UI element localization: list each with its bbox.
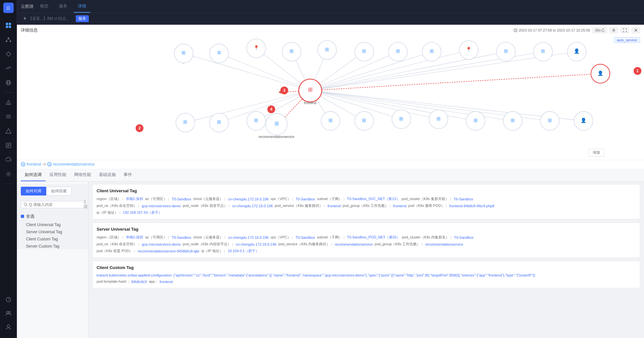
tag-section-left: 全选 Client Universal Tag Server Universal… (17, 211, 88, 249)
graph-badge-4: 4 (267, 105, 275, 113)
svg-point-14 (8, 104, 8, 104)
svg-text:⊞: ⊞ (308, 87, 313, 93)
tag-key-pod-ns: pod_ns（K8s 命名空间）： (97, 203, 141, 208)
tag-val-pod-service[interactable]: frontend (328, 204, 341, 208)
sidebar-item-topology[interactable] (2, 47, 15, 61)
sidebar-item-help[interactable]: ? (2, 293, 15, 306)
svg-text:frontend: frontend (304, 101, 316, 105)
tag-val-az[interactable]: T0-Sandbox (172, 197, 191, 201)
client-custom-tag-section: Client Custom Tag kubectl.kubernetes.io/… (92, 261, 640, 288)
top-nav-tab-overview[interactable]: 概览 (36, 0, 52, 13)
sidebar-item-log[interactable] (2, 139, 15, 152)
tag-row-pod-service: pod_service（K8s 服务路径）： frontend (275, 203, 341, 208)
main-area: 云图谱 概览 服务 详情 ▶ 【某某...】BM ci 结点... 服务 详细信… (17, 0, 644, 338)
node-bot-10: ⊞ (503, 112, 522, 130)
node-bot-5: ⊞ (321, 112, 340, 130)
sub-tab-avoid[interactable]: 如何回避 (46, 187, 72, 196)
svg-line-8 (7, 39, 8, 41)
tag-key-pod-group: pod_group（K8s 工作负载）： (342, 203, 392, 208)
tag-row-pod: pod（K8s 最终 POD）： frontend-84b8c8-l4bc9-p… (408, 203, 494, 208)
sidebar-item-settings[interactable] (2, 168, 15, 181)
sidebar: 云 ? (0, 0, 17, 338)
sidebar-divider-1 (4, 92, 13, 93)
svg-text:-: - (183, 61, 184, 65)
sidebar-item-alert[interactable] (2, 96, 15, 109)
sidebar-item-globe[interactable] (2, 76, 15, 89)
svg-text:⊞: ⊞ (181, 50, 186, 55)
tag-val-vpc[interactable]: T0-Sandbox (296, 197, 315, 201)
tag-val-ip[interactable]: 192.168.157.54（若干） (123, 210, 162, 215)
breadcrumb-from-icon: ⊞ (21, 162, 25, 167)
tab-how-to-debug[interactable]: 如何连调 (21, 169, 46, 181)
graph-expand-btn[interactable] (621, 27, 629, 33)
top-nav-tab-detail[interactable]: 详情 (74, 0, 90, 13)
tab-events[interactable]: 事件 (120, 169, 136, 181)
section-item-server-universal[interactable]: Server Universal Tag (26, 229, 84, 235)
tab-infra[interactable]: 基础设施 (95, 169, 120, 181)
sidebar-item-anomaly[interactable] (2, 125, 15, 138)
node-top-1: -⊞ (174, 44, 193, 65)
tag-val-pod-node[interactable]: cn-chengdu.172.16.0.196 (232, 204, 273, 208)
svg-text:⊞: ⊞ (430, 48, 434, 54)
sidebar-item-user[interactable] (2, 320, 15, 333)
section-item-server-custom[interactable]: Server Custom Tag (26, 243, 84, 249)
graph-time-range: 2023-10-17 07:27:58 to 2023-10-17 10:25:… (514, 28, 590, 32)
sidebar-item-trace[interactable] (2, 110, 15, 123)
section-item-client-universal[interactable]: Client Universal Tag (26, 222, 84, 228)
sidebar-item-monitor[interactable] (2, 62, 15, 75)
graph-toolbar: 2023-10-17 07:27:58 to 2023-10-17 10:25:… (514, 27, 640, 33)
tag-val-pod-group[interactable]: frontend (393, 204, 406, 208)
top-nav-tab-services[interactable]: 服务 (55, 0, 71, 13)
sidebar-item-team[interactable] (2, 307, 15, 320)
tag-val-pod-ns[interactable]: gcp-microservices-demo (142, 204, 181, 208)
server-universal-tag-section: Server Universal Tag region（区域）： 华南2-深圳 … (92, 223, 640, 258)
tag-val-region[interactable]: 华南2-深圳 (126, 196, 143, 201)
svg-rect-1 (6, 23, 8, 25)
svg-text:⊞: ⊞ (275, 121, 279, 126)
svg-text:⊞: ⊞ (396, 48, 400, 54)
tag-val-pod[interactable]: frontend-84b8c8-l4bc9-php8 (449, 204, 494, 208)
svg-line-52 (310, 74, 600, 90)
svg-text:recommendationservice: recommendationservice (259, 135, 294, 139)
svg-point-24 (7, 325, 10, 327)
srv-tag-row-subnet: subnet（子网）： T0-Sandbox_POD_NET（第33） (317, 235, 400, 240)
layout-main: 如何对调 如何回避 1提 (17, 182, 644, 338)
tag-val-subnet[interactable]: T0-Sandbox_SVC_NET（第13） (347, 196, 400, 201)
sub-tab-debug[interactable]: 如何对调 (21, 187, 46, 196)
tag-val-pod-cluster[interactable]: T6-Sandbox (454, 197, 473, 201)
tag-val-chost[interactable]: cn-chengdu.172.16.0.196 (228, 197, 269, 201)
tab-app-perf[interactable]: 应用性能 (46, 169, 70, 181)
graph-refresh-btn[interactable]: 30s (593, 27, 607, 33)
node-bot-6: ⊞ (355, 112, 374, 130)
svg-text:⊞: ⊞ (436, 116, 440, 121)
graph-settings-btn[interactable] (610, 27, 618, 33)
graph-header-title: 详细信息 (21, 27, 38, 33)
breadcrumb-to-icon: ⊞ (47, 162, 52, 167)
tag-key-chost: chost（云服务器）： (193, 196, 227, 201)
svg-rect-3 (6, 26, 8, 28)
sidebar-item-services[interactable] (2, 33, 15, 46)
svg-text:⊞: ⊞ (548, 118, 552, 123)
search-input-wrap[interactable] (21, 201, 84, 208)
graph-close-btn[interactable] (632, 27, 640, 33)
brand-logo: 云图谱 (21, 4, 34, 9)
sidebar-item-cloud[interactable] (2, 153, 15, 166)
srv-tag-row-pod-node: pod_node（K8s 内宿舍节点）： cn-chengdu.172.16.0… (183, 242, 276, 247)
node-bot-3: ⊞ (247, 112, 266, 130)
brand-text: 云图谱 (21, 4, 34, 9)
sidebar-item-overview[interactable] (2, 19, 15, 32)
breadcrumb-bar: ⊞ frontend -> ⊞ recommendationservice (17, 160, 644, 169)
clock-icon (514, 28, 517, 32)
section-item-client-custom[interactable]: Client Custom Tag (26, 236, 84, 242)
svg-point-6 (6, 41, 7, 42)
search-input[interactable] (29, 202, 81, 207)
tag-row-az: az（可用区）： T0-Sandbox (145, 196, 191, 201)
node-top-11: ⊞ (534, 42, 553, 61)
breadcrumb-to[interactable]: recommendationservice (53, 162, 94, 167)
client-custom-tag-full-val[interactable]: kubectl.kubernetes.io/last-applied-confi… (97, 273, 535, 277)
tag-key-pod-service: pod_service（K8s 服务路径）： (275, 203, 326, 208)
tab-net-perf[interactable]: 网络性能 (70, 169, 95, 181)
tag-row-pod-cluster: pod_cluster（K8s 集群关联）： T6-Sandbox (402, 196, 473, 201)
svg-text:⊞: ⊞ (289, 48, 294, 54)
breadcrumb-from[interactable]: frontend (27, 162, 41, 167)
